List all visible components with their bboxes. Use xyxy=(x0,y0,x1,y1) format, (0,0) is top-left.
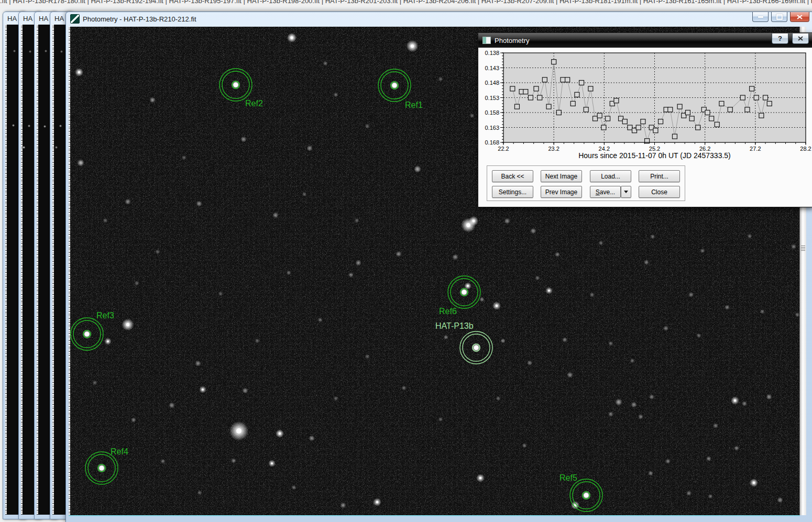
photometry-dialog: Photometry ? 22.223.224.225.226.227.228.… xyxy=(478,32,812,207)
close-icon xyxy=(797,15,803,19)
dialog-button-group: Back <<Next ImageLoad...Print...Settings… xyxy=(487,165,685,201)
dialog-title: Photometry xyxy=(495,37,529,45)
open-files-text: .fit | HAT-P-13b-R178-180.fit | HAT-P-13… xyxy=(0,0,812,5)
next-image-button[interactable]: Next Image xyxy=(541,170,582,182)
background-star xyxy=(55,146,58,149)
dialog-titlebar[interactable]: Photometry ? xyxy=(478,33,812,48)
window-title: Photometry - HAT-P-13b-R210-212.fit xyxy=(83,15,196,23)
open-files-strip: .fit | HAT-P-13b-R178-180.fit | HAT-P-13… xyxy=(0,0,812,7)
background-star xyxy=(29,50,31,53)
help-button[interactable]: ? xyxy=(772,34,788,44)
background-star xyxy=(23,146,25,149)
star-marker-label-ref2: Ref2 xyxy=(245,99,263,108)
y-tick-label: 0.153 xyxy=(485,95,499,101)
star-marker-label-ref3: Ref3 xyxy=(96,311,114,320)
star-marker-label-ref4: Ref4 xyxy=(111,447,128,456)
chart-x-axis-label: Hours since 2015-11-07 0h UT (JD 2457333… xyxy=(503,151,806,160)
light-curve-chart: 22.223.224.225.226.227.228.20.1380.1430.… xyxy=(478,48,812,165)
close-button[interactable] xyxy=(790,12,809,22)
y-tick-label: 0.158 xyxy=(485,109,499,116)
dropdown-arrow-icon xyxy=(624,191,628,193)
y-tick-label: 0.148 xyxy=(485,80,499,86)
y-tick-label: 0.168 xyxy=(485,139,499,146)
splitter-grip-icon xyxy=(801,246,805,251)
y-tick-label: 0.143 xyxy=(485,65,499,71)
image-edge-dither xyxy=(69,27,70,515)
background-star xyxy=(28,125,30,127)
save-dropdown-arrow[interactable] xyxy=(621,186,631,198)
image-edge-dither xyxy=(21,25,23,515)
image-edge-dither xyxy=(52,25,54,515)
caption-buttons xyxy=(752,12,809,22)
y-tick-label: 0.163 xyxy=(485,125,499,131)
dialog-icon xyxy=(482,37,491,44)
star-marker-label-hatp13b: HAT-P13b xyxy=(435,321,474,330)
dialog-close-icon xyxy=(798,36,803,41)
restore-button[interactable] xyxy=(771,12,787,22)
background-star xyxy=(59,125,62,127)
background-star xyxy=(12,124,15,127)
save-button[interactable]: Save... xyxy=(590,186,621,198)
settings-button[interactable]: Settings... xyxy=(492,186,533,198)
background-star xyxy=(60,50,63,53)
back-button[interactable]: Back << xyxy=(492,170,533,182)
minimize-button[interactable] xyxy=(752,12,769,22)
star-marker-label-ref1: Ref1 xyxy=(405,101,423,109)
background-star xyxy=(13,50,16,52)
print-button[interactable]: Print... xyxy=(639,170,680,182)
dialog-caption-buttons: ? xyxy=(772,34,809,44)
window-titlebar[interactable]: Photometry - HAT-P-13b-R210-212.fit xyxy=(66,12,812,26)
dialog-close-button[interactable] xyxy=(792,34,809,44)
star-marker-label-ref6: Ref6 xyxy=(439,307,457,316)
background-star xyxy=(45,50,47,52)
image-edge-dither xyxy=(37,25,38,515)
desktop: .fit | HAT-P-13b-R178-180.fit | HAT-P-13… xyxy=(0,0,812,522)
help-icon: ? xyxy=(778,35,782,42)
star-marker-label-ref5: Ref5 xyxy=(559,473,577,482)
background-star xyxy=(43,125,46,128)
dialog-body: 22.223.224.225.226.227.228.20.1380.1430.… xyxy=(478,48,812,206)
close-button[interactable]: Close xyxy=(639,186,680,198)
window-icon xyxy=(70,14,80,24)
y-tick-label: 0.138 xyxy=(485,50,499,56)
minimize-icon xyxy=(758,16,763,18)
restore-icon xyxy=(776,14,783,20)
image-edge-dither xyxy=(5,25,7,515)
load-button[interactable]: Load... xyxy=(590,170,631,182)
prev-image-button[interactable]: Prev Image xyxy=(541,186,582,198)
